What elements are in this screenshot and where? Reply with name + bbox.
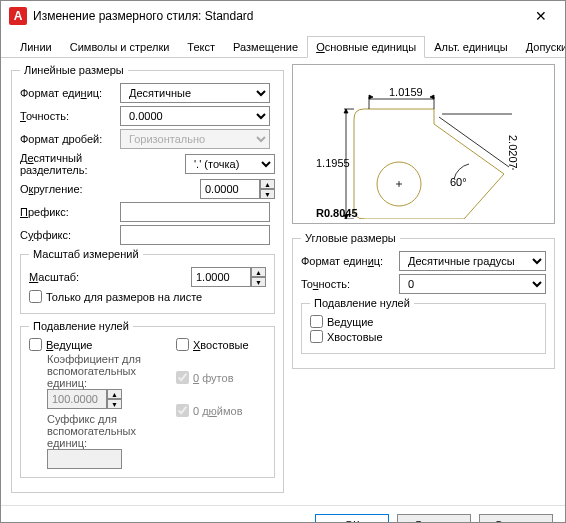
scale-spin-up[interactable]: ▲ <box>251 267 266 277</box>
prefix-label: Префикс: <box>20 206 116 218</box>
window-title: Изменение размерного стиля: Standard <box>33 9 521 23</box>
ang-format-select[interactable]: Десятичные градусы <box>399 251 546 271</box>
ang-zero-group: Подавление нулей Ведущие Хвостовые <box>301 297 546 354</box>
feet-checkbox <box>176 371 189 384</box>
round-spin-up[interactable]: ▲ <box>260 179 275 189</box>
leading-label: Ведущие <box>46 339 92 351</box>
round-spin-down[interactable]: ▼ <box>260 189 275 199</box>
ang-trailing-label: Хвостовые <box>327 331 383 343</box>
scale-spin-down[interactable]: ▼ <box>251 277 266 287</box>
scale-input[interactable] <box>191 267 251 287</box>
fraction-format-label: Формат дробей: <box>20 133 116 145</box>
decimal-sep-select[interactable]: '.' (точка) <box>185 154 275 174</box>
angular-legend: Угловые размеры <box>301 232 400 244</box>
tab-fit[interactable]: Размещение <box>224 36 307 58</box>
tab-alt-units[interactable]: Альт. единицы <box>425 36 516 58</box>
svg-text:60°: 60° <box>450 176 467 188</box>
precision-select[interactable]: 0.0000 <box>120 106 270 126</box>
inches-checkbox <box>176 404 189 417</box>
ang-format-label: Формат единиц: <box>301 255 395 267</box>
scale-group: Масштаб измерений Масштаб: ▲▼ Только для… <box>20 248 275 314</box>
fraction-format-select: Горизонтально <box>120 129 270 149</box>
feet-label: 0 футов <box>193 372 233 384</box>
inches-label: 0 дюймов <box>193 405 243 417</box>
layout-only-checkbox[interactable] <box>29 290 42 303</box>
round-input[interactable] <box>200 179 260 199</box>
svg-text:R0.8045: R0.8045 <box>316 207 358 219</box>
leading-checkbox[interactable] <box>29 338 42 351</box>
scale-label: Масштаб: <box>29 271 79 283</box>
trailing-label: Хвостовые <box>193 339 249 351</box>
zero-legend: Подавление нулей <box>29 320 133 332</box>
unit-format-label: Формат единиц: <box>20 87 116 99</box>
ang-precision-select[interactable]: 0 <box>399 274 546 294</box>
app-icon: A <box>9 7 27 25</box>
unit-format-select[interactable]: Десятичные <box>120 83 270 103</box>
subunit-suffix-label: Суффикс для вспомогательных единиц: <box>47 413 164 449</box>
suffix-input[interactable] <box>120 225 270 245</box>
tab-text[interactable]: Текст <box>178 36 224 58</box>
subunit-factor-label: Коэффициент для вспомогательных единиц: <box>47 353 164 389</box>
scale-legend: Масштаб измерений <box>29 248 143 260</box>
tab-lines[interactable]: Линии <box>11 36 61 58</box>
angular-group: Угловые размеры Формат единиц: Десятичны… <box>292 232 555 369</box>
svg-text:1.1955: 1.1955 <box>316 157 350 169</box>
help-button[interactable]: Справка <box>479 514 553 523</box>
ang-leading-checkbox[interactable] <box>310 315 323 328</box>
subunit-factor-input <box>47 389 107 409</box>
preview-pane: 1.0159 1.1955 2.0207 60° R0.8045 <box>292 64 555 224</box>
layout-only-label: Только для размеров на листе <box>46 291 202 303</box>
svg-text:2.0207: 2.0207 <box>507 135 519 169</box>
prefix-input[interactable] <box>120 202 270 222</box>
tab-bar: Линии Символы и стрелки Текст Размещение… <box>1 31 565 58</box>
tab-primary-units[interactable]: Основные единицы <box>307 36 425 58</box>
ang-trailing-checkbox[interactable] <box>310 330 323 343</box>
linear-legend: Линейные размеры <box>20 64 128 76</box>
linear-group: Линейные размеры Формат единиц: Десятичн… <box>11 64 284 493</box>
subunit-factor-up: ▲ <box>107 389 122 399</box>
suffix-label: Суффикс: <box>20 229 116 241</box>
ang-precision-label: Точность: <box>301 278 395 290</box>
subunit-factor-down: ▼ <box>107 399 122 409</box>
cancel-button[interactable]: Отмена <box>397 514 471 523</box>
decimal-sep-label: Десятичный разделитель: <box>20 152 150 176</box>
trailing-checkbox[interactable] <box>176 338 189 351</box>
tab-symbols[interactable]: Символы и стрелки <box>61 36 179 58</box>
ang-leading-label: Ведущие <box>327 316 373 328</box>
svg-text:1.0159: 1.0159 <box>389 86 423 98</box>
ok-button[interactable]: ОК <box>315 514 389 523</box>
zero-suppress-group: Подавление нулей Ведущие Коэффициент для… <box>20 320 275 478</box>
round-label: Округление: <box>20 183 150 195</box>
tab-tolerances[interactable]: Допуски <box>517 36 566 58</box>
precision-label: Точность: <box>20 110 116 122</box>
ang-zero-legend: Подавление нулей <box>310 297 414 309</box>
close-button[interactable]: ✕ <box>521 2 561 30</box>
subunit-suffix-input <box>47 449 122 469</box>
